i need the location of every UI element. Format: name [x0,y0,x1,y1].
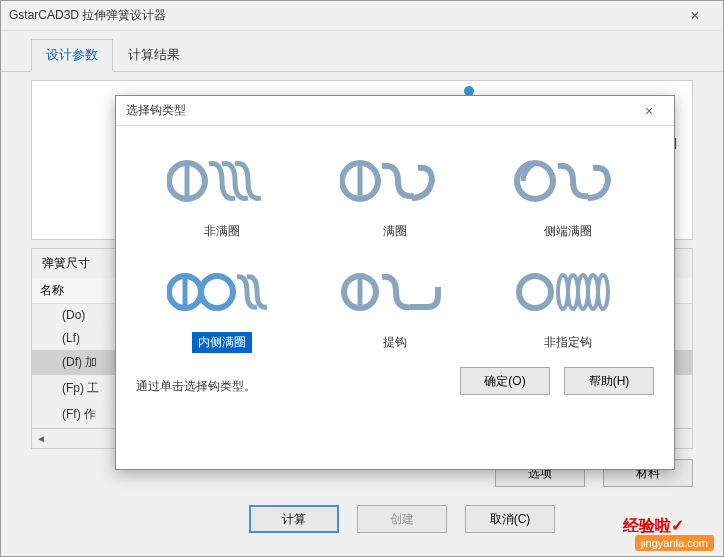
modal-title: 选择钩类型 [126,102,186,119]
hook-image-partial [162,151,282,211]
modal-ok-button[interactable]: 确定(O) [460,367,550,395]
hook-option-inner-full[interactable]: 内侧满圈 [151,262,294,353]
svg-point-7 [201,276,233,308]
hook-grid: 非满圈 满圈 [116,126,674,363]
hook-label-inner-full: 内侧满圈 [192,332,252,353]
svg-point-15 [598,275,608,309]
watermark-url: jingyanla.com [635,535,714,551]
tab-result[interactable]: 计算结果 [113,39,195,71]
hook-image-inner-full [162,262,282,322]
modal-hint: 通过单击选择钩类型。 [116,370,276,403]
hook-option-side-full[interactable]: 侧端满圈 [496,151,639,242]
svg-point-10 [519,276,551,308]
modal-help-button[interactable]: 帮助(H) [564,367,654,395]
watermark-check-icon: 经验啦✓ [623,516,684,537]
tab-bar: 设计参数 计算结果 [1,31,723,72]
window-title: GstarCAD3D 拉伸弹簧设计器 [9,7,166,24]
modal-button-row: 确定(O) 帮助(H) [460,363,674,409]
bottom-button-row: 计算 创建 取消(C) [1,497,723,545]
modal-titlebar: 选择钩类型 × [116,96,674,126]
hook-label-side-full: 侧端满圈 [538,221,598,242]
titlebar: GstarCAD3D 拉伸弹簧设计器 × [1,1,723,31]
hook-option-full[interactable]: 满圈 [324,151,467,242]
scroll-left-icon[interactable]: ◄ [32,430,50,448]
hook-label-partial: 非满圈 [198,221,246,242]
tab-design[interactable]: 设计参数 [31,39,113,72]
hook-image-unspecified [508,262,628,322]
hook-label-full: 满圈 [377,221,413,242]
close-icon[interactable]: × [675,1,715,31]
hook-image-lift-hook [335,262,455,322]
hook-image-full [335,151,455,211]
modal-close-icon[interactable]: × [634,99,664,123]
hook-label-unspecified: 非指定钩 [538,332,598,353]
cancel-button[interactable]: 取消(C) [465,505,555,533]
calculate-button[interactable]: 计算 [249,505,339,533]
hook-label-lift-hook: 提钩 [377,332,413,353]
hook-option-partial[interactable]: 非满圈 [151,151,294,242]
hook-image-side-full [508,151,628,211]
hook-option-unspecified[interactable]: 非指定钩 [496,262,639,353]
create-button[interactable]: 创建 [357,505,447,533]
hook-option-lift-hook[interactable]: 提钩 [324,262,467,353]
hook-type-dialog: 选择钩类型 × 非满圈 [115,95,675,470]
